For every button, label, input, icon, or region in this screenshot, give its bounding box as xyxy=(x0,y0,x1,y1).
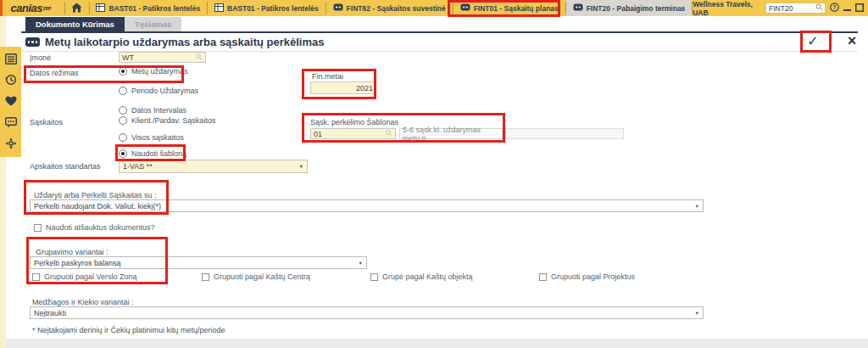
comment-icon[interactable] xyxy=(4,115,18,129)
title-row: Metų laikotarpio uždarymas arba sąskaitų… xyxy=(25,36,324,48)
radio-label: Datos Intervalas xyxy=(131,106,186,115)
checkbox-projektus[interactable]: Grupuoti pagal Projektus xyxy=(539,272,635,281)
topbar-tab-label: FINT62 - Sąskaitos suvestinė xyxy=(347,4,446,13)
grupavimo-select[interactable]: Perkelti paskyros balansą ▼ xyxy=(30,256,367,269)
close-button[interactable]: × xyxy=(841,31,863,51)
checkbox-box xyxy=(34,224,42,232)
radio-label: Naudoti šabloną xyxy=(131,149,186,158)
radio-periodo-uzdarymas[interactable]: Periodo Uždarymas xyxy=(119,87,198,95)
minimize-button[interactable] xyxy=(843,3,851,14)
topbar-tab-label: FINT20 - Pabaigimo terminas xyxy=(587,4,686,13)
topbar-tab-bast01-2[interactable]: BAST01 - Patikros lentelės xyxy=(208,0,326,16)
checkbox-verslo-zona[interactable]: Grupuoti pagal Verslo Zoną xyxy=(32,272,137,281)
checkbox-box xyxy=(32,273,40,281)
checkbox-box xyxy=(539,273,547,281)
uzdaryti-select[interactable]: Perkelti naudojant Dok. Valiut. kiekį(*)… xyxy=(30,199,704,212)
module-icon xyxy=(333,3,343,13)
topbar-tab-bast01-1[interactable]: BAST01 - Patikros lentelės xyxy=(89,0,207,16)
lookup-search-icon[interactable] xyxy=(386,130,392,138)
checkbox-kastu-centra[interactable]: Grupuoti pagal Kaštų Centrą xyxy=(202,272,310,281)
tab-dokumento-kurimas[interactable]: Dokumento Kūrimas xyxy=(25,17,125,31)
footnote: * Neįtakojami derinių ir Čekių platinimu… xyxy=(32,326,225,334)
lookup-search-icon[interactable] xyxy=(196,53,203,62)
logo-text: canias xyxy=(10,2,42,14)
table-icon xyxy=(214,3,224,14)
radio-dot xyxy=(119,116,127,125)
fint20-window: caniasERP BAST01 - Patikros lentelės BAS… xyxy=(0,0,868,348)
saskaitos-label: Sąskaitos xyxy=(30,118,63,126)
medziagos-value: Neįtraukti xyxy=(34,309,66,317)
imone-input[interactable]: WT xyxy=(119,52,206,63)
chevron-down-icon: ▼ xyxy=(299,164,303,169)
logo-sup: ERP xyxy=(43,6,51,11)
topbar-tab-fint62[interactable]: FINT62 - Sąskaitos suvestinė xyxy=(326,0,453,16)
checkbox-label: Grupuoti pagal Projektus xyxy=(551,272,635,281)
chevron-down-icon: ▼ xyxy=(695,311,699,316)
fin-metai-label: Fin.metai xyxy=(312,72,343,81)
grupavimo-value: Perkelti paskyros balansą xyxy=(34,259,121,267)
checkbox-label: Grupuoti pagal Verslo Zoną xyxy=(44,272,137,281)
checkbox-naudoti-atsauktus[interactable]: Naudoti atšauktus dokumentus? xyxy=(34,223,155,232)
table-icon xyxy=(96,3,105,14)
sablonas-description-text: 5-6 sąsk.kl. uždarymas metų p xyxy=(403,126,499,143)
radio-naudoti-sablona[interactable]: Naudoti šabloną xyxy=(119,149,186,158)
radio-klient-pardav[interactable]: Klient./Pardav. Sąskaitos xyxy=(119,116,215,125)
radio-metu-uzdarymas[interactable]: Metų uždarymas xyxy=(119,67,188,76)
sablonas-description-extra xyxy=(505,128,624,139)
app-logo: caniasERP xyxy=(3,0,64,16)
help-icon: ? xyxy=(830,3,839,14)
module-search-box[interactable] xyxy=(765,3,826,14)
related-modules-icon[interactable] xyxy=(4,137,18,150)
bottom-strip xyxy=(6,339,868,348)
checkbox-box xyxy=(202,273,209,281)
module-search-input[interactable] xyxy=(766,4,815,13)
form-list-icon[interactable] xyxy=(4,52,18,65)
module-icon xyxy=(460,3,470,13)
apskaitos-standartas-select[interactable]: 1-VAS ** ▼ xyxy=(119,160,308,173)
maximize-button[interactable] xyxy=(855,3,864,14)
sablonas-input[interactable]: 01 xyxy=(310,128,396,139)
confirm-button[interactable]: ✓ xyxy=(802,32,824,51)
minimize-icon xyxy=(843,3,851,14)
sidebar-toolbar xyxy=(0,47,21,157)
topbar-tab-label: BAST01 - Patikros lentelės xyxy=(227,4,319,13)
radio-label: Periodo Uždarymas xyxy=(131,87,198,95)
topbar-tab-label: FINT01 - Sąskaitų planas xyxy=(474,4,559,13)
svg-text:?: ? xyxy=(832,4,836,10)
chevron-down-icon: ▼ xyxy=(695,204,699,209)
document-tabs: Dokumento Kūrimas Tęsiamas xyxy=(25,17,181,31)
datos-rezimas-label: Datos režimas xyxy=(30,69,79,77)
home-icon xyxy=(71,3,82,14)
favorite-heart-icon[interactable] xyxy=(4,94,18,108)
radio-label: Visos sąskaitos xyxy=(131,133,184,142)
sablonas-value: 01 xyxy=(314,130,322,138)
checkbox-kastu-objekta[interactable]: Grupė pagal Kaštų objektą xyxy=(370,272,473,281)
checkbox-label: Naudoti atšauktus dokumentus? xyxy=(46,223,155,232)
uzdaryti-value: Perkelti naudojant Dok. Valiut. kiekį(*) xyxy=(34,202,161,210)
home-button[interactable] xyxy=(65,0,89,16)
radio-dot xyxy=(119,149,127,158)
radio-dot xyxy=(119,67,127,76)
topbar-tab-fint20-active[interactable]: FINT20 - Pabaigimo terminas xyxy=(566,0,693,16)
company-name: Wellness Travels, UAB xyxy=(693,0,765,16)
medziagos-label: Medžiagos ir Kiekio variantai : xyxy=(32,298,134,306)
chevron-down-icon: ▼ xyxy=(359,261,363,266)
history-icon[interactable] xyxy=(4,73,18,87)
medziagos-select[interactable]: Neįtraukti ▼ xyxy=(30,306,704,319)
tab-tesiamas[interactable]: Tęsiamas xyxy=(125,17,181,31)
module-icon xyxy=(25,37,40,47)
checkbox-box xyxy=(370,273,378,281)
radio-dot xyxy=(119,106,127,115)
help-button[interactable]: ? xyxy=(830,3,839,14)
sablonas-label: Sąsk. perkėlimo Šablonas xyxy=(310,118,398,126)
module-icon xyxy=(573,3,583,13)
topbar-tab-fint01[interactable]: FINT01 - Sąskaitų planas xyxy=(453,0,565,16)
grupavimo-label: Grupavimo variantai : xyxy=(36,248,108,256)
maximize-icon xyxy=(855,3,864,14)
uzdaryti-label: Uždaryti arba Perkelti Sąskaitas su : xyxy=(34,191,157,199)
radio-visos-saskaitos[interactable]: Visos sąskaitos xyxy=(119,133,184,142)
radio-datos-intervalas[interactable]: Datos Intervalas xyxy=(119,106,186,115)
checkbox-label: Grupė pagal Kaštų objektą xyxy=(382,272,473,281)
radio-label: Klient./Pardav. Sąskaitos xyxy=(131,116,215,125)
fin-metai-input[interactable]: 2021 xyxy=(310,81,376,94)
